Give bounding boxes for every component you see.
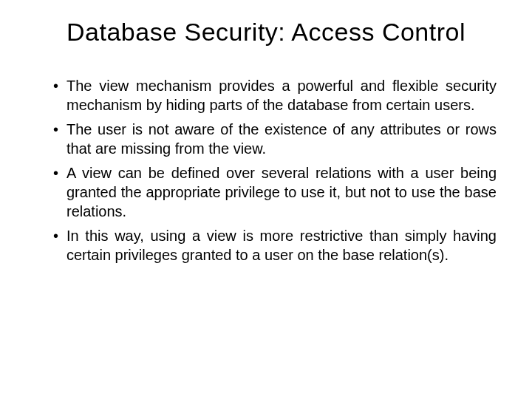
list-item: The view mechanism provides a powerful a…: [53, 76, 497, 115]
list-item: A view can be defined over several relat…: [53, 163, 497, 222]
list-item: The user is not aware of the existence o…: [53, 120, 497, 159]
slide-title: Database Security: Access Control: [35, 18, 497, 47]
bullet-list: The view mechanism provides a powerful a…: [35, 76, 497, 265]
list-item: In this way, using a view is more restri…: [53, 226, 497, 265]
